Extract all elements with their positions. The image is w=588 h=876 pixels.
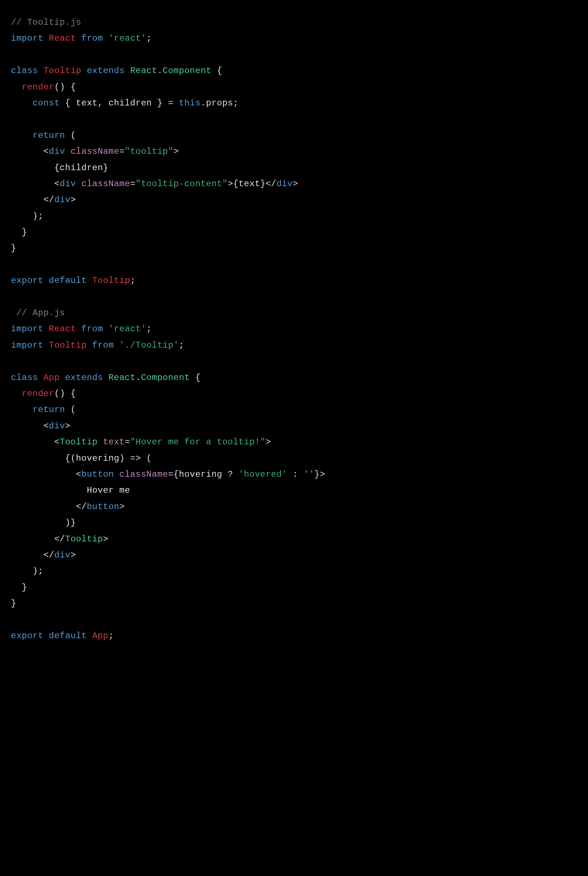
keyword-import: import [11,340,43,350]
component-tooltip: Tooltip [65,534,103,544]
code-block: // Tooltip.js import React from 'react';… [11,15,577,644]
string-react: 'react' [108,33,146,43]
classname-tooltip: Tooltip [43,66,81,76]
tag-div: div [49,421,65,431]
close-paren-semi: ); [33,566,44,576]
ternary-colon: : [287,470,304,479]
string-hovered: 'hovered' [238,470,287,479]
equals: = [130,179,136,189]
attr-classname: className [81,179,130,189]
equals: = [168,470,174,479]
keyword-default: default [49,276,87,285]
tag-open: < [43,421,49,431]
equals: = [125,437,130,447]
tag-close: > [65,421,70,431]
space [98,437,103,447]
tag-close: > [320,470,325,479]
open-brace: { [211,66,222,76]
parens-brace: () { [54,82,76,92]
tag-open: < [54,179,60,189]
attr-classname: className [70,147,119,156]
keyword-const: const [33,98,60,108]
keyword-return: return [33,130,65,140]
equals: = [119,147,125,156]
string-tooltip: "tooltip" [125,147,174,156]
keyword-from: from [92,340,114,350]
keyword-export: export [11,276,43,285]
tag-close-open: </ [43,550,54,560]
close-brace: } [11,243,16,253]
jsx-expr-open: {hovering ? [174,470,238,479]
keyword-extends: extends [87,66,125,76]
jsx-children: {children} [54,163,108,173]
keyword-from: from [81,324,103,334]
classname-app: App [92,631,109,641]
tag-button: button [81,470,114,479]
component-class: Component [141,373,190,382]
space [114,470,119,479]
tag-close: > [103,534,108,544]
tag-close: > [228,179,233,189]
keyword-extends: extends [65,373,103,382]
tag-close: > [70,550,76,560]
keyword-export: export [11,631,43,641]
tag-div: div [49,147,65,156]
keyword-this: this [179,98,201,108]
space [65,147,70,156]
tag-close-open: </ [54,534,65,544]
identifier-react: React [49,324,76,334]
tag-div: div [54,550,70,560]
identifier-tooltip: Tooltip [49,340,87,350]
tag-button: button [87,502,119,512]
close-paren-semi: ); [33,211,44,221]
render-prop-close: )} [65,518,76,528]
open-paren: ( [65,405,76,414]
keyword-import: import [11,33,43,43]
string-hover-tooltip: "Hover me for a tooltip!" [130,437,266,447]
string-tooltip-path: './Tooltip' [119,340,179,350]
semicolon: ; [147,324,152,334]
semicolon: ; [108,631,114,641]
classname-app: App [43,373,60,382]
keyword-class: class [11,66,38,76]
close-brace: } [11,598,16,608]
tag-close: > [119,502,125,512]
string-react: 'react' [108,324,146,334]
attr-classname: className [119,470,168,479]
react-namespace: React [130,66,158,76]
space [76,179,81,189]
keyword-class: class [11,373,38,382]
button-text: Hover me [87,486,130,495]
tag-close: > [174,147,179,156]
jsx-text: {text} [233,179,266,189]
comment-tooltip-js: // Tooltip.js [11,18,81,27]
close-brace: } [22,227,27,237]
dot: . [136,373,141,382]
destructure: { text, children } = [60,98,179,108]
open-paren: ( [65,130,76,140]
tag-div: div [276,179,293,189]
jsx-expr-close: } [315,470,320,479]
semicolon: ; [147,33,152,43]
keyword-from: from [81,33,103,43]
tag-open: < [76,470,81,479]
method-render: render [22,389,54,399]
comment-app-js: // App.js [11,308,65,318]
identifier-react: React [49,33,76,43]
keyword-default: default [49,631,87,641]
open-brace: { [190,373,201,382]
render-prop-fn: {(hovering) => ( [65,453,152,463]
keyword-return: return [33,405,65,414]
props-access: .props; [201,98,238,108]
tag-close-open: </ [43,195,54,205]
classname-tooltip: Tooltip [92,276,130,285]
tag-div: div [54,195,70,205]
string-tooltip-content: "tooltip-content" [136,179,228,189]
tag-close: > [266,437,271,447]
tag-close-open: </ [76,502,87,512]
tag-open: < [54,437,60,447]
dot: . [157,66,162,76]
attr-text: text [103,437,125,447]
close-brace: } [22,582,27,592]
keyword-import: import [11,324,43,334]
